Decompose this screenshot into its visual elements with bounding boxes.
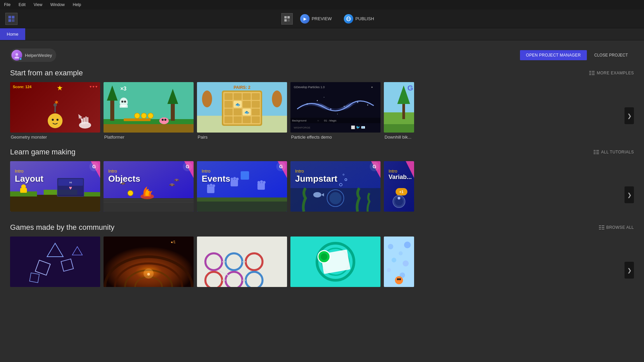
community-thumb-3 <box>197 237 287 287</box>
tutorials-scroll-right[interactable]: ❯ <box>625 186 634 203</box>
menu-help[interactable]: Help <box>72 2 83 8</box>
svg-text:+1: +1 <box>399 190 404 194</box>
svg-rect-70 <box>234 116 242 123</box>
all-tutorials-link[interactable]: ALL TUTORIALS <box>594 150 634 154</box>
example-card-downhill[interactable]: G Downhill bik... <box>384 82 414 140</box>
community-bg-5 <box>384 237 414 287</box>
svg-point-23 <box>56 119 58 121</box>
community-card-4[interactable] <box>290 237 380 287</box>
svg-point-143 <box>231 178 233 180</box>
svg-point-53 <box>202 90 212 107</box>
svg-rect-44 <box>120 105 128 108</box>
menu-window[interactable]: Window <box>49 2 66 8</box>
tab-home[interactable]: Home <box>0 28 25 40</box>
community-card-5[interactable] <box>384 237 414 287</box>
svg-rect-69 <box>225 116 233 123</box>
example-card-particle[interactable]: GDevelop Particles 1.0 ● <box>290 82 380 140</box>
svg-rect-150 <box>241 171 249 180</box>
svg-point-39 <box>141 113 147 118</box>
svg-point-40 <box>148 113 153 118</box>
svg-text:×3: ×3 <box>120 86 126 92</box>
globe-icon <box>344 14 353 24</box>
svg-point-141 <box>212 184 215 187</box>
tutorial-card-layout[interactable]: Hi ♥ G Intro Layout <box>10 161 100 212</box>
variables-thumb-bg: +1 Intro Variab... <box>384 161 414 212</box>
example-label-pairs: Pairs <box>197 135 287 140</box>
scene-icon[interactable] <box>281 13 293 25</box>
tutorial-card-objects[interactable]: 🦇 🦇 🦇 G Intro Objects <box>104 161 194 212</box>
svg-rect-110 <box>10 195 100 212</box>
svg-rect-27 <box>85 116 87 124</box>
svg-point-81 <box>317 100 318 101</box>
examples-cards-row: Score: 124 ♥ ♥ ♥ <box>10 82 634 140</box>
svg-text:GDevelop Particles 1.0: GDevelop Particles 1.0 <box>294 85 325 89</box>
svg-text:⬜: ⬜ <box>351 125 355 130</box>
example-card-pairs[interactable]: PAIRS: 2 <box>197 82 287 140</box>
profile-badge[interactable]: HelperWesley <box>10 48 56 62</box>
svg-rect-0 <box>8 16 11 19</box>
example-label-downhill: Downhill bik... <box>384 135 414 140</box>
more-examples-link[interactable]: MORE EXAMPLES <box>589 71 634 75</box>
tutorial-intro-variables: Intro <box>389 169 412 174</box>
svg-rect-28 <box>87 117 88 124</box>
main-content: HelperWesley OPEN PROJECT MANAGER CLOSE … <box>0 40 644 362</box>
events-thumb-bg: G Intro Events <box>197 161 287 212</box>
example-card-geometry[interactable]: Score: 124 ♥ ♥ ♥ <box>10 82 100 140</box>
community-card-2[interactable]: ●/1 <box>104 237 194 287</box>
publish-button[interactable]: PUBLISH <box>339 12 379 26</box>
svg-text:01 - Magic: 01 - Magic <box>324 119 336 122</box>
examples-scroll-right[interactable]: ❯ <box>625 107 634 124</box>
svg-point-144 <box>233 177 236 180</box>
examples-row-wrapper: Score: 124 ♥ ♥ ♥ <box>10 82 634 140</box>
svg-point-47 <box>159 117 169 124</box>
community-card-1[interactable] <box>10 237 100 287</box>
svg-point-149 <box>263 181 266 184</box>
close-project-button[interactable]: CLOSE PROJECT <box>588 50 634 60</box>
svg-rect-2 <box>8 19 11 22</box>
svg-rect-98 <box>384 124 414 133</box>
online-indicator <box>19 58 22 60</box>
svg-rect-1 <box>12 16 14 19</box>
tutorial-card-variables[interactable]: +1 Intro Variab... <box>384 161 414 212</box>
example-card-platformer[interactable]: ×3 <box>104 82 194 140</box>
community-thumb-5 <box>384 237 414 287</box>
tutorial-card-jumpstart[interactable]: G Intro Jumpstart <box>290 161 380 212</box>
svg-point-86 <box>324 97 324 98</box>
community-cards-row: ●/1 <box>10 237 634 287</box>
community-scroll-right[interactable]: ❯ <box>625 262 634 279</box>
tutorial-card-events[interactable]: G Intro Events <box>197 161 287 212</box>
particle-thumb-bg: GDevelop Particles 1.0 ● <box>290 82 380 133</box>
svg-rect-34 <box>110 99 114 121</box>
svg-rect-59 <box>243 93 251 100</box>
svg-rect-72 <box>252 116 260 123</box>
svg-rect-65 <box>225 109 233 115</box>
menu-file[interactable]: File <box>3 2 12 8</box>
svg-point-211 <box>321 253 327 260</box>
tutorial-main-jumpstart: Jumpstart <box>295 174 337 184</box>
geo-hearts: ♥ ♥ ♥ <box>90 85 97 88</box>
svg-rect-7 <box>287 19 290 22</box>
svg-rect-5 <box>287 16 290 19</box>
menu-view[interactable]: View <box>32 2 44 8</box>
tutorials-cards-row: Hi ♥ G Intro Layout <box>10 161 634 212</box>
svg-point-12 <box>14 57 19 59</box>
svg-rect-178 <box>10 237 100 287</box>
svg-point-48 <box>162 119 164 121</box>
svg-point-87 <box>337 114 338 114</box>
browse-all-link[interactable]: BROWSE ALL <box>599 225 634 230</box>
svg-point-218 <box>387 268 391 272</box>
geometry-thumb-bg: Score: 124 ♥ ♥ ♥ <box>10 82 100 133</box>
svg-point-220 <box>395 276 403 284</box>
menu-edit[interactable]: Edit <box>17 2 27 8</box>
preview-button[interactable]: ▶ PREVIEW <box>295 12 336 26</box>
svg-rect-60 <box>252 93 260 100</box>
community-card-3[interactable] <box>197 237 287 287</box>
svg-rect-68 <box>252 109 260 115</box>
community-thumb-2: ●/1 <box>104 237 194 287</box>
svg-point-139 <box>207 184 210 187</box>
svg-point-192 <box>147 273 150 276</box>
community-bg-3 <box>197 237 287 287</box>
svg-text:🦇: 🦇 <box>174 177 179 182</box>
open-project-button[interactable]: OPEN PROJECT MANAGER <box>520 50 587 60</box>
svg-rect-57 <box>225 93 233 100</box>
